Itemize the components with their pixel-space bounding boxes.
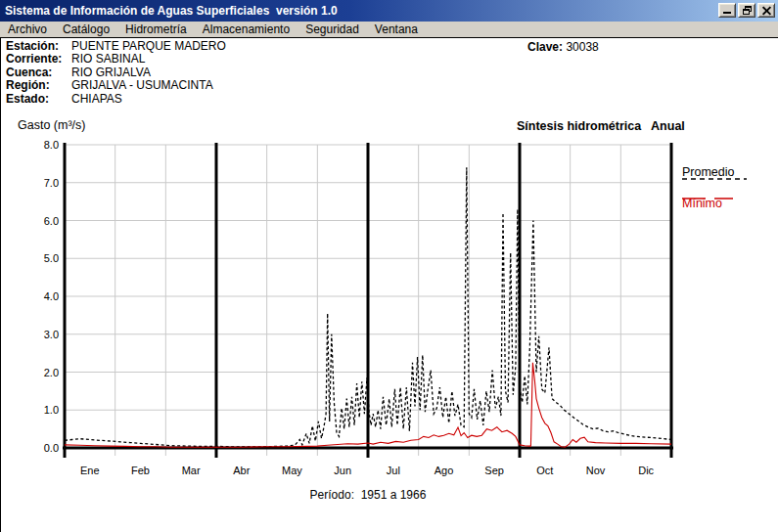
menu-item-hidrometria[interactable]: Hidrometría [117,22,195,38]
x-tick-label: Ago [419,465,470,476]
menu-item-catalogo[interactable]: Catálogo [55,22,117,38]
y-tick-label: 6.0 [26,215,59,227]
window-title: Sistema de Información de Aguas Superfic… [5,4,338,18]
x-tick-label: Jun [317,465,368,476]
menu-item-seguridad[interactable]: Seguridad [297,22,367,38]
menu-bar: Archivo Catálogo Hidrometría Almacenamie… [0,22,778,37]
period-caption: Período: 1951 a 1966 [65,488,671,502]
minimize-button[interactable] [718,3,736,18]
document-area: Estación: PUENTE PARQUE MADERO Corriente… [0,37,778,532]
window-controls [716,3,775,18]
y-tick-label: 4.0 [26,290,59,302]
chart-legend: Promedio Mínimo [682,165,735,210]
chart-canvas [1,38,778,532]
legend-item-minimo: Mínimo [682,197,735,210]
legend-item-promedio: Promedio [682,165,735,179]
x-tick-label: Dic [620,465,671,476]
title-bar: Sistema de Información de Aguas Superfic… [0,0,778,22]
x-tick-label: May [267,465,318,476]
menu-item-archivo[interactable]: Archivo [0,22,55,38]
x-tick-label: Nov [571,465,621,476]
close-icon [762,6,771,15]
minimize-icon [723,12,731,14]
y-tick-label: 0.0 [26,442,59,454]
app-window: { "window": { "title": "Sistema de Infor… [0,0,778,532]
y-tick-label: 5.0 [26,252,59,264]
restore-button[interactable] [738,3,755,18]
x-tick-label: Ene [65,465,115,476]
x-tick-label: Feb [115,465,166,476]
menu-item-ventana[interactable]: Ventana [367,22,426,38]
x-tick-label: Mar [165,465,216,476]
x-tick-label: Oct [520,465,571,476]
y-tick-label: 3.0 [26,329,59,340]
y-tick-label: 7.0 [26,177,59,189]
y-tick-label: 8.0 [26,139,59,151]
x-tick-label: Jul [368,465,419,476]
restore-icon [743,6,752,15]
close-button[interactable] [757,3,775,18]
x-tick-label: Abr [216,465,267,476]
y-tick-label: 1.0 [26,404,59,416]
y-tick-label: 2.0 [26,367,59,378]
x-tick-label: Sep [469,465,520,476]
menu-item-almacenamiento[interactable]: Almacenamiento [195,22,297,38]
